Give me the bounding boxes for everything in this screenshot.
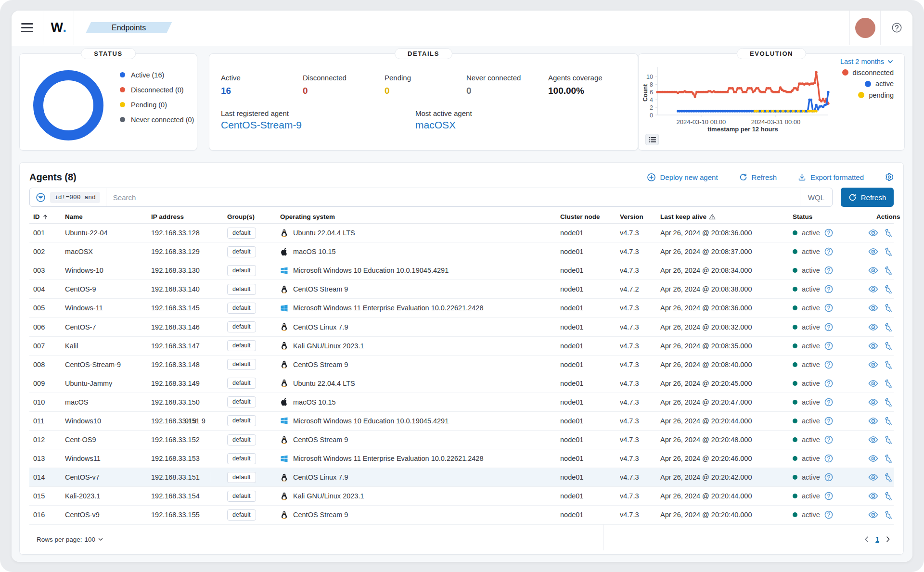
- configure-agent-button[interactable]: [884, 473, 893, 482]
- agents-action-refresh[interactable]: Refresh: [739, 173, 777, 181]
- view-agent-button[interactable]: [868, 229, 878, 237]
- status-help-icon[interactable]: [824, 473, 833, 482]
- next-page-button[interactable]: [884, 535, 892, 543]
- view-agent-button[interactable]: [868, 267, 878, 274]
- group-chip[interactable]: default: [227, 509, 256, 521]
- page-number[interactable]: 1: [875, 535, 879, 543]
- table-row[interactable]: 005Windows-11192.168.33.145defaultMicros…: [29, 299, 894, 318]
- filter-icon[interactable]: [36, 193, 45, 202]
- rows-per-page[interactable]: Rows per page: 100: [29, 536, 103, 543]
- status-legend-item[interactable]: Never connected (0): [120, 112, 194, 127]
- status-donut-chart[interactable]: [33, 70, 103, 140]
- table-row[interactable]: 011Windows10192.168.33.151919 9defaultMi…: [29, 412, 894, 431]
- menu-button[interactable]: [12, 11, 43, 45]
- table-row[interactable]: 006CentOS-7192.168.33.146defaultCentOS L…: [29, 318, 894, 336]
- view-agent-button[interactable]: [868, 361, 878, 369]
- help-icon[interactable]: [891, 22, 902, 33]
- view-agent-button[interactable]: [868, 417, 878, 425]
- configure-agent-button[interactable]: [884, 360, 893, 369]
- table-row[interactable]: 010macOS192.168.33.150defaultmacOS 10.15…: [29, 393, 894, 412]
- agents-action-export[interactable]: Export formatted: [798, 173, 864, 181]
- status-help-icon[interactable]: [824, 510, 833, 519]
- status-help-icon[interactable]: [824, 342, 833, 350]
- table-row[interactable]: 007Kalil192.168.33.147defaultKali GNU/Li…: [29, 337, 894, 356]
- group-chip[interactable]: default: [227, 415, 256, 426]
- configure-agent-button[interactable]: [884, 323, 893, 331]
- configure-agent-button[interactable]: [884, 304, 893, 312]
- group-chip[interactable]: default: [227, 228, 256, 239]
- status-help-icon[interactable]: [824, 454, 833, 463]
- evolution-legend-item[interactable]: disconnected: [842, 67, 894, 78]
- configure-agent-button[interactable]: [884, 342, 893, 350]
- status-help-icon[interactable]: [824, 323, 833, 331]
- agents-action-plus-circle[interactable]: Deploy new agent: [647, 173, 718, 181]
- view-agent-button[interactable]: [868, 380, 878, 387]
- view-agent-button[interactable]: [868, 473, 878, 481]
- group-chip[interactable]: default: [227, 396, 256, 407]
- configure-agent-button[interactable]: [884, 435, 893, 444]
- table-row[interactable]: 013Windows11192.168.33.153defaultMicroso…: [29, 449, 894, 468]
- group-chip[interactable]: default: [227, 472, 256, 483]
- group-chip[interactable]: default: [227, 284, 256, 295]
- details-link-value[interactable]: CentOS-Stream-9: [221, 119, 415, 131]
- status-help-icon[interactable]: [824, 435, 833, 444]
- breadcrumb-endpoints[interactable]: Endpoints: [86, 22, 172, 33]
- column-header-ip-address[interactable]: IP address: [147, 213, 223, 220]
- details-link-value[interactable]: macOSX: [415, 119, 610, 131]
- view-agent-button[interactable]: [868, 323, 878, 331]
- view-agent-button[interactable]: [868, 511, 878, 519]
- view-agent-button[interactable]: [868, 492, 878, 500]
- column-header-last-keep-alive[interactable]: Last keep alive: [656, 213, 789, 220]
- status-legend-item[interactable]: Active (16): [120, 67, 194, 82]
- table-row[interactable]: 014CentOS-v7192.168.33.151defaultCentOS …: [29, 468, 894, 487]
- time-range-dropdown[interactable]: Last 2 months: [840, 58, 894, 65]
- view-agent-button[interactable]: [868, 285, 878, 293]
- configure-agent-button[interactable]: [884, 398, 893, 407]
- legend-toggle-button[interactable]: [645, 134, 659, 145]
- configure-agent-button[interactable]: [884, 285, 893, 293]
- group-chip[interactable]: default: [227, 453, 256, 464]
- view-agent-button[interactable]: [868, 248, 878, 255]
- status-legend-item[interactable]: Pending (0): [120, 97, 194, 112]
- status-help-icon[interactable]: [824, 247, 833, 256]
- avatar[interactable]: [855, 18, 875, 38]
- query-pill[interactable]: id!=000 and: [50, 192, 100, 203]
- view-agent-button[interactable]: [868, 304, 878, 312]
- column-header-name[interactable]: Name: [61, 213, 147, 220]
- wazuh-logo[interactable]: W.: [43, 11, 74, 45]
- group-chip[interactable]: default: [227, 321, 256, 332]
- configure-agent-button[interactable]: [884, 417, 893, 425]
- column-header-actions[interactable]: Actions: [873, 213, 903, 220]
- evolution-legend-item[interactable]: pending: [842, 89, 894, 101]
- column-header-status[interactable]: Status: [789, 213, 873, 220]
- status-help-icon[interactable]: [824, 285, 833, 293]
- refresh-button[interactable]: Refresh: [841, 188, 894, 207]
- column-header-id[interactable]: ID: [29, 213, 61, 220]
- table-row[interactable]: 015Kali-2023.1192.168.33.154defaultKali …: [29, 487, 894, 506]
- group-chip[interactable]: default: [227, 265, 256, 276]
- view-agent-button[interactable]: [868, 342, 878, 350]
- group-chip[interactable]: default: [227, 378, 256, 389]
- configure-agent-button[interactable]: [884, 247, 893, 256]
- group-chip[interactable]: default: [227, 340, 256, 351]
- status-help-icon[interactable]: [824, 229, 833, 237]
- configure-agent-button[interactable]: [884, 379, 893, 388]
- configure-agent-button[interactable]: [884, 510, 893, 519]
- group-chip[interactable]: default: [227, 434, 256, 445]
- status-help-icon[interactable]: [824, 417, 833, 425]
- column-header-group-s-[interactable]: Group(s): [223, 213, 276, 220]
- group-chip[interactable]: default: [227, 491, 256, 502]
- configure-agent-button[interactable]: [884, 492, 893, 500]
- evolution-legend-item[interactable]: active: [842, 78, 894, 90]
- table-row[interactable]: 001Ubuntu-22-04192.168.33.128defaultUbun…: [29, 224, 894, 242]
- column-header-operating-system[interactable]: Operating system: [276, 213, 556, 220]
- status-legend-item[interactable]: Disconnected (0): [120, 82, 194, 97]
- status-help-icon[interactable]: [824, 398, 833, 407]
- configure-agent-button[interactable]: [884, 454, 893, 463]
- table-row[interactable]: 002macOSX192.168.33.129defaultmacOS 10.1…: [29, 242, 894, 261]
- status-help-icon[interactable]: [824, 492, 833, 500]
- view-agent-button[interactable]: [868, 455, 878, 462]
- wql-label[interactable]: WQL: [800, 188, 832, 206]
- status-help-icon[interactable]: [824, 360, 833, 369]
- column-header-cluster-node[interactable]: Cluster node: [556, 213, 616, 220]
